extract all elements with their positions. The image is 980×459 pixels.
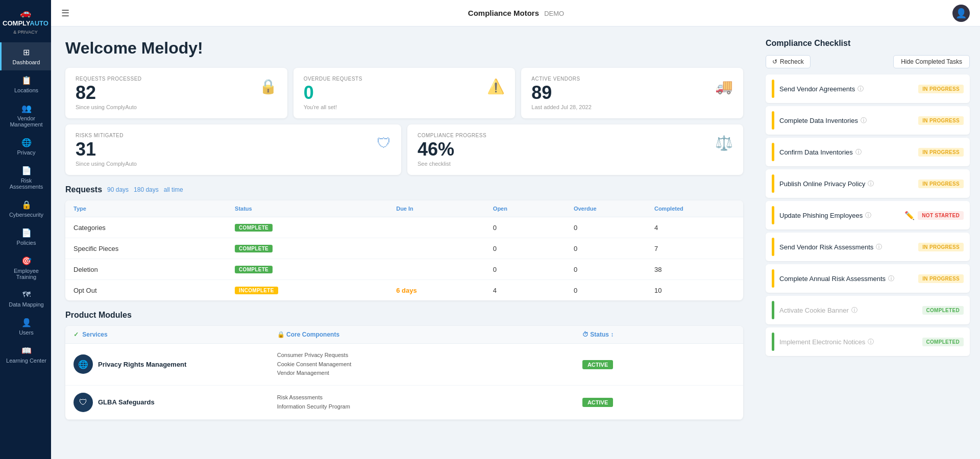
shield-stat-icon: 🛡 <box>377 135 391 151</box>
sidebar-item-risk[interactable]: 📄 Risk Assessments <box>0 161 51 195</box>
product-modules-section: Product Modules ✓ Services 🔒 Core Compon… <box>65 311 743 420</box>
status-badge: IN PROGRESS <box>918 116 964 125</box>
balance-stat-icon: ⚖️ <box>715 135 733 151</box>
truck-stat-icon: 🚚 <box>715 78 733 95</box>
checklist-item-complete-data: Complete Data Inventories ⓘ IN PROGRESS <box>766 106 970 135</box>
checklist-dot <box>772 269 774 288</box>
sidebar-item-policies[interactable]: 📄 Policies <box>0 223 51 251</box>
sidebar-toggle[interactable]: ☰ <box>61 8 69 19</box>
sidebar-item-learning[interactable]: 📖 Learning Center <box>0 341 51 369</box>
status-badge: IN PROGRESS <box>918 243 964 251</box>
stats-top-row: REQUESTS PROCESSED 82 Since using Comply… <box>65 68 743 118</box>
checklist-dot <box>772 80 774 98</box>
checklist-dot <box>772 174 774 193</box>
stat-overdue: OVERDUE REQUESTS 0 You're all set! ⚠️ <box>293 68 516 118</box>
topbar: ☰ Compliance Motors DEMO 👤 <box>51 0 980 27</box>
requests-table-header: Type Status Due In Open Overdue Complete… <box>65 200 743 217</box>
training-icon: 🎯 <box>21 256 32 266</box>
policies-icon: 📄 <box>21 228 32 238</box>
checklist-item-annual-risk: Complete Annual Risk Assessments ⓘ IN PR… <box>766 264 970 293</box>
hide-completed-button[interactable]: Hide Completed Tasks <box>893 55 970 68</box>
status-badge: COMPLETED <box>922 338 964 346</box>
checklist-dot <box>772 206 774 224</box>
recheck-icon: ↺ <box>772 58 777 65</box>
content-area: Welcome Melody! REQUESTS PROCESSED 82 Si… <box>51 27 980 459</box>
welcome-title: Welcome Melody! <box>65 39 743 58</box>
checklist-item-vendor-risk: Send Vendor Risk Assessments ⓘ IN PROGRE… <box>766 233 970 261</box>
status-badge: IN PROGRESS <box>918 85 964 93</box>
module-row: 🌐 Privacy Rights Management Consumer Pri… <box>65 344 743 386</box>
checklist-item-send-vendor: Send Vendor Agreements ⓘ IN PROGRESS <box>766 74 970 103</box>
sidebar-item-training[interactable]: 🎯 Employee Training <box>0 251 51 285</box>
risk-icon: 📄 <box>21 166 32 175</box>
checklist-dot <box>772 333 774 351</box>
lock-stat-icon: 🔒 <box>259 78 277 95</box>
mapping-icon: 🗺 <box>22 290 31 299</box>
stat-active-vendors: ACTIVE VENDORS 89 Last added Jul 28, 202… <box>521 68 743 118</box>
checklist-item-phishing: Update Phishing Employees ⓘ ✏️ NOT START… <box>766 201 970 230</box>
info-icon[interactable]: ⓘ <box>876 243 882 251</box>
checklist-item-privacy-policy: Publish Online Privacy Policy ⓘ IN PROGR… <box>766 169 970 198</box>
info-icon[interactable]: ⓘ <box>857 85 864 93</box>
requests-table: Type Status Due In Open Overdue Complete… <box>65 200 743 300</box>
checklist-toolbar: ↺ Recheck Hide Completed Tasks <box>766 55 970 68</box>
stat-risks: RISKS MITIGATED 31 Since using ComplyAut… <box>65 124 401 175</box>
table-row: Opt Out INCOMPLETE 6 days 4 0 10 <box>65 280 743 300</box>
modules-table: ✓ Services 🔒 Core Components ⏱ Status ↕ … <box>65 326 743 420</box>
stat-requests-processed: REQUESTS PROCESSED 82 Since using Comply… <box>65 68 287 118</box>
status-badge: IN PROGRESS <box>918 148 964 157</box>
sidebar: 🚗 COMPLYAUTO& PRIVACY ⊞ Dashboard 📋 Loca… <box>0 0 51 459</box>
filter-180-days[interactable]: 180 days <box>134 186 159 193</box>
checklist-dot <box>772 301 774 319</box>
checklist-dot <box>772 143 774 161</box>
status-badge: COMPLETED <box>922 306 964 315</box>
vendor-icon: 👥 <box>21 104 32 113</box>
sidebar-item-vendor[interactable]: 👥 Vendor Management <box>0 98 51 133</box>
module-row: 🛡 GLBA Safeguards Risk Assessments Infor… <box>65 386 743 420</box>
filter-90-days[interactable]: 90 days <box>107 186 129 193</box>
left-panel: Welcome Melody! REQUESTS PROCESSED 82 Si… <box>51 27 755 459</box>
table-row: Categories COMPLETE 0 0 4 <box>65 217 743 238</box>
info-icon[interactable]: ⓘ <box>868 338 874 346</box>
product-modules-title: Product Modules <box>65 311 743 320</box>
learning-icon: 📖 <box>21 346 32 355</box>
module-glba-icon: 🛡 <box>74 393 93 412</box>
status-badge: NOT STARTED <box>918 211 964 220</box>
sidebar-item-cybersecurity[interactable]: 🔒 Cybersecurity <box>0 195 51 223</box>
stats-bottom-row: RISKS MITIGATED 31 Since using ComplyAut… <box>65 124 743 175</box>
checklist-item-electronic-notices: Implement Electronic Notices ⓘ COMPLETED <box>766 327 970 356</box>
info-icon[interactable]: ⓘ <box>868 180 874 188</box>
checklist-title: Compliance Checklist <box>766 39 970 48</box>
users-icon: 👤 <box>21 318 32 327</box>
info-icon[interactable]: ⓘ <box>861 116 867 125</box>
sidebar-item-users[interactable]: 👤 Users <box>0 313 51 341</box>
recheck-button[interactable]: ↺ Recheck <box>766 55 811 68</box>
info-icon[interactable]: ⓘ <box>888 274 894 283</box>
requests-section-title: Requests 90 days 180 days all time <box>65 185 743 194</box>
sidebar-item-locations[interactable]: 📋 Locations <box>0 70 51 98</box>
status-badge: IN PROGRESS <box>918 180 964 188</box>
main-content: ☰ Compliance Motors DEMO 👤 Welcome Melod… <box>51 0 980 459</box>
user-avatar[interactable]: 👤 <box>952 5 970 22</box>
company-title: Compliance Motors DEMO <box>80 9 952 17</box>
checklist-dot <box>772 111 774 130</box>
sidebar-item-data-mapping[interactable]: 🗺 Data Mapping <box>0 285 51 313</box>
logo: 🚗 COMPLYAUTO& PRIVACY <box>0 0 51 42</box>
checklist-item-cookie-banner: Activate Cookie Banner ⓘ COMPLETED <box>766 296 970 324</box>
info-icon[interactable]: ⓘ <box>865 211 871 220</box>
locations-icon: 📋 <box>21 75 32 85</box>
info-icon[interactable]: ⓘ <box>851 306 857 315</box>
home-icon: ⊞ <box>23 47 30 57</box>
pencil-icon: ✏️ <box>904 211 915 220</box>
lock-icon: 🔒 <box>21 200 32 210</box>
info-icon[interactable]: ⓘ <box>855 148 862 157</box>
sidebar-item-privacy[interactable]: 🌐 Privacy <box>0 133 51 161</box>
sidebar-item-dashboard[interactable]: ⊞ Dashboard <box>0 42 51 70</box>
stat-compliance: COMPLIANCE PROGRESS 46% See checklist ⚖️ <box>407 124 743 175</box>
checklist-dot <box>772 238 774 256</box>
warning-stat-icon: ⚠️ <box>487 78 505 95</box>
checklist-item-confirm-data: Confirm Data Inventories ⓘ IN PROGRESS <box>766 138 970 166</box>
table-row: Specific Pieces COMPLETE 0 0 7 <box>65 238 743 259</box>
filter-all-time[interactable]: all time <box>164 186 183 193</box>
privacy-icon: 🌐 <box>21 138 32 147</box>
